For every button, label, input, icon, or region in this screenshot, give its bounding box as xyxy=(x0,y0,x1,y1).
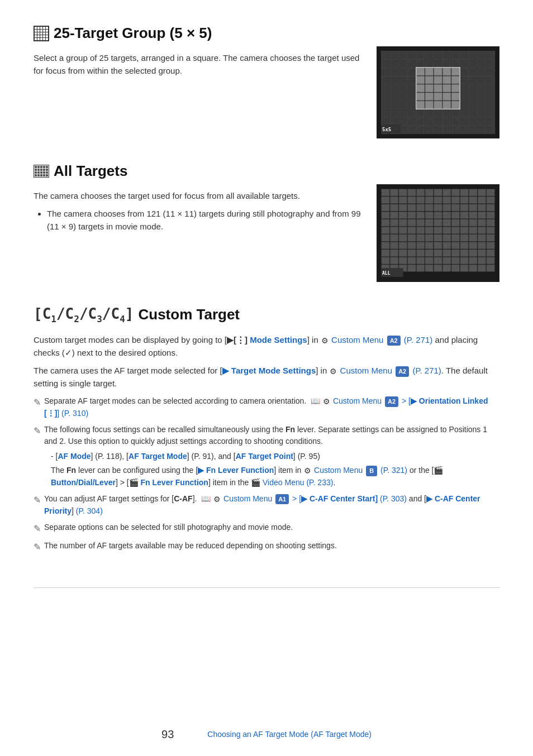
svg-rect-100 xyxy=(451,109,460,117)
svg-rect-85 xyxy=(434,101,442,109)
svg-rect-167 xyxy=(434,204,442,211)
svg-rect-21 xyxy=(442,59,451,67)
svg-rect-72 xyxy=(434,93,442,101)
svg-rect-234 xyxy=(451,242,460,249)
note-content-4: Separate options can be selected for sti… xyxy=(44,521,499,533)
svg-rect-227 xyxy=(390,242,398,249)
section-all-content: ALL The camera chooses the target used f… xyxy=(34,190,499,286)
svg-rect-117 xyxy=(487,118,495,126)
svg-rect-208 xyxy=(451,227,460,234)
svg-rect-67 xyxy=(390,93,398,101)
svg-rect-22 xyxy=(451,59,460,67)
svg-rect-80 xyxy=(390,101,398,109)
svg-rect-51 xyxy=(478,76,486,84)
svg-rect-168 xyxy=(442,204,451,211)
svg-rect-18 xyxy=(416,59,425,67)
svg-rect-192 xyxy=(425,219,434,226)
svg-rect-60 xyxy=(442,84,451,92)
svg-rect-212 xyxy=(487,227,495,234)
svg-rect-163 xyxy=(399,204,407,211)
note3-menu: Custom Menu xyxy=(223,494,272,503)
svg-rect-244 xyxy=(425,249,434,256)
svg-rect-223 xyxy=(469,234,477,241)
svg-rect-74 xyxy=(451,93,460,101)
svg-rect-129 xyxy=(478,126,486,134)
svg-rect-193 xyxy=(434,219,442,226)
note1-page: ] (P. 310) xyxy=(57,409,88,418)
svg-rect-111 xyxy=(434,118,442,126)
svg-rect-210 xyxy=(469,227,477,234)
svg-text:ALL: ALL xyxy=(382,271,391,276)
footer: 93 Choosing an AF Target Mode (AF Target… xyxy=(0,726,533,743)
svg-rect-114 xyxy=(460,118,469,126)
badge-b-n2: B xyxy=(366,466,377,476)
svg-rect-251 xyxy=(487,249,495,256)
svg-rect-126 xyxy=(451,126,460,134)
fn-lever-func-link1: ▶ Fn Lever Function xyxy=(198,466,274,475)
svg-rect-73 xyxy=(442,93,451,101)
section-header-all: All Targets xyxy=(34,160,499,182)
svg-rect-128 xyxy=(469,126,477,134)
svg-rect-41 xyxy=(390,76,398,84)
svg-rect-55 xyxy=(399,84,407,92)
svg-rect-66 xyxy=(382,93,390,101)
svg-rect-20 xyxy=(434,59,442,67)
svg-rect-39 xyxy=(487,68,495,75)
svg-rect-23 xyxy=(460,59,469,67)
svg-rect-275 xyxy=(469,264,477,271)
svg-rect-92 xyxy=(382,109,390,117)
svg-rect-138 xyxy=(408,189,416,196)
svg-rect-232 xyxy=(434,242,442,249)
svg-rect-44 xyxy=(416,76,425,84)
svg-rect-272 xyxy=(442,264,451,271)
svg-rect-121 xyxy=(408,126,416,134)
svg-rect-36 xyxy=(460,68,469,75)
svg-rect-93 xyxy=(390,109,398,117)
svg-rect-243 xyxy=(416,249,425,256)
svg-rect-24 xyxy=(469,59,477,67)
note-2: ✎ The following focus settings can be re… xyxy=(34,424,499,489)
svg-rect-215 xyxy=(399,234,407,241)
svg-rect-1 xyxy=(382,51,390,59)
svg-rect-175 xyxy=(390,212,398,219)
svg-rect-164 xyxy=(408,204,416,211)
af-target-mode-link: AF Target Mode xyxy=(129,452,187,461)
svg-rect-107 xyxy=(399,118,407,126)
custom-para-2: The camera uses the AF target mode selec… xyxy=(34,365,499,390)
badge-a2-1: A2 xyxy=(387,336,401,346)
svg-rect-28 xyxy=(390,68,398,75)
all-targets-grid-icon xyxy=(34,165,49,178)
svg-rect-262 xyxy=(469,257,477,264)
svg-text:5x5: 5x5 xyxy=(382,127,391,132)
svg-rect-32 xyxy=(425,68,434,75)
svg-rect-250 xyxy=(478,249,486,256)
svg-rect-229 xyxy=(408,242,416,249)
svg-rect-178 xyxy=(416,212,425,219)
svg-rect-209 xyxy=(460,227,469,234)
fn-lever-bold: Fn xyxy=(285,425,295,434)
svg-rect-203 xyxy=(408,227,416,234)
custom-menu-link-1: Custom Menu xyxy=(331,335,383,344)
video-menu-link: 🎬 Video Menu (P. 233) xyxy=(251,478,333,487)
svg-rect-233 xyxy=(442,242,451,249)
svg-rect-157 xyxy=(460,197,469,204)
svg-rect-253 xyxy=(390,257,398,264)
note1-orientation: ▶ Orientation Linked [⋮] xyxy=(44,396,488,418)
svg-rect-197 xyxy=(469,219,477,226)
svg-rect-198 xyxy=(478,219,486,226)
svg-rect-142 xyxy=(442,189,451,196)
custom-para-1: Custom target modes can be displayed by … xyxy=(34,334,499,359)
svg-rect-8 xyxy=(442,51,451,59)
note2-sub: - [AF Mode] (P. 118), [AF Target Mode] (… xyxy=(51,451,499,489)
svg-rect-130 xyxy=(487,126,495,134)
gear-icon-2: ⚙ xyxy=(330,366,337,377)
af-display-5x5: // Will be rendered via inline approach … xyxy=(377,46,499,142)
svg-rect-17 xyxy=(408,59,416,67)
svg-rect-108 xyxy=(408,118,416,126)
svg-rect-236 xyxy=(469,242,477,249)
cam-icon-1: ▶[⋮] xyxy=(227,335,248,344)
svg-rect-98 xyxy=(434,109,442,117)
svg-rect-48 xyxy=(451,76,460,84)
note-3: ✎ You can adjust AF target settings for … xyxy=(34,493,499,517)
svg-rect-169 xyxy=(451,204,460,211)
